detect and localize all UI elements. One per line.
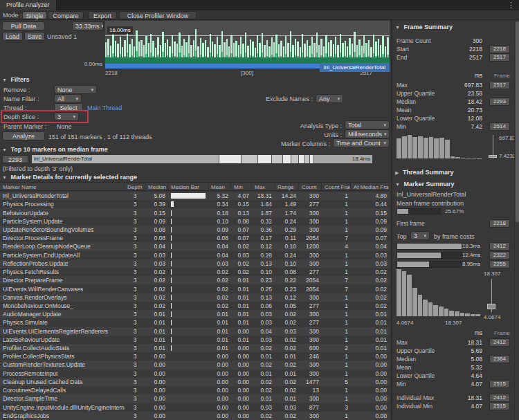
top10-section-header[interactable]: ▼ Top 10 markers on median frame <box>2 146 108 153</box>
table-row[interactable]: UIEvents.UIElementsRegisterRenderers30.0… <box>0 327 390 336</box>
table-row[interactable]: UpdateRendererBoundingVolumes30.080.090.… <box>0 226 390 234</box>
top10-segment[interactable] <box>299 155 305 163</box>
frame-button[interactable]: 2293 <box>489 98 510 106</box>
mode-compare-button[interactable]: Compare <box>48 11 84 19</box>
frame-button[interactable]: 2517 <box>489 53 510 62</box>
tab-profile-analyzer[interactable]: Profile Analyzer <box>0 0 57 10</box>
table-row[interactable]: ProcessRemoteInput30.000.000.000.010.013… <box>0 369 390 378</box>
table-row[interactable]: EndGraphicsJobs30.000.000.000.020.023001… <box>0 412 390 420</box>
top10-segment[interactable] <box>272 155 283 163</box>
header-cell[interactable]: Count <box>299 183 322 190</box>
header-cell[interactable]: Mean <box>208 183 231 190</box>
name-filter-dropdown[interactable]: All ▾ <box>54 94 82 103</box>
pull-data-button[interactable]: Pull Data <box>2 21 45 30</box>
analysis-type-dropdown[interactable]: Total ▾ <box>345 120 390 129</box>
table-row[interactable]: Physics.FetchResults30.020.020.020.100.0… <box>0 268 390 276</box>
table-row[interactable]: Physics.Processing30.390.340.151.641.492… <box>0 200 390 208</box>
details-section-header[interactable]: ▼ Marker Details for currently selected … <box>2 174 137 181</box>
frame-summary-header[interactable]: ▼ Frame Summary <box>395 24 453 30</box>
frame-button[interactable]: 2255 <box>489 260 510 268</box>
frame-button[interactable]: 2412 <box>489 338 510 347</box>
table-row[interactable]: UIEvents.WillRenderCanvases30.020.020.01… <box>0 284 390 293</box>
table-row[interactable]: Physics.Simulate30.010.010.010.030.02277… <box>0 318 390 327</box>
cell: 1 <box>322 268 351 276</box>
table-row[interactable]: ParticleSystem.EndUpdateAll30.030.040.03… <box>0 251 390 259</box>
remove-label: Remove : <box>3 86 30 94</box>
top10-segment[interactable] <box>242 155 259 163</box>
frame-button[interactable]: 2514 <box>489 122 510 131</box>
top10-segment[interactable] <box>291 155 299 163</box>
table-row[interactable]: Cleanup Unused Cached Data30.000.000.000… <box>0 378 390 386</box>
header-cell[interactable]: Marker Name <box>0 183 125 190</box>
header-cell[interactable]: Count Frame <box>322 183 351 190</box>
frame-button[interactable]: 2515 <box>489 380 510 388</box>
header-cell[interactable]: Min <box>231 183 252 190</box>
top10-segment[interactable] <box>310 155 314 163</box>
table-row[interactable]: ParticleSystem.Update30.090.100.080.320.… <box>0 217 390 226</box>
table-row[interactable]: Monobehaviour.OnMouse_30.020.020.010.060… <box>0 302 390 310</box>
frame-button[interactable]: 2515 <box>489 402 510 410</box>
mode-single-button[interactable]: Single <box>22 11 47 19</box>
save-button[interactable]: Save <box>24 32 45 41</box>
table-row[interactable]: Canvas.RenderOverlays30.020.020.010.130.… <box>0 293 390 302</box>
window-menu-icon[interactable]: ⋮ <box>507 1 515 10</box>
units-dropdown[interactable]: Milliseconds ▾ <box>345 129 390 138</box>
table-row[interactable]: Director.ProcessFrame30.080.080.070.170.… <box>0 234 390 242</box>
frame-button[interactable]: 2322 <box>489 251 510 259</box>
top10-segment[interactable] <box>219 155 242 163</box>
table-row[interactable]: Profiler.CollectPhysicsStats30.000.000.0… <box>0 352 390 360</box>
top10-segment[interactable] <box>258 155 272 163</box>
analyze-button[interactable]: Analyze <box>2 131 45 140</box>
frame-time-graph[interactable]: 16.00ms <box>105 21 390 69</box>
header-cell[interactable]: Median Bar <box>168 183 208 190</box>
top-costs-dropdown[interactable]: 3 ▾ <box>410 231 430 240</box>
frame-button[interactable]: 2412 <box>489 394 510 402</box>
vertical-scrollbar[interactable] <box>514 20 519 420</box>
exclude-names-dropdown[interactable]: Any ▾ <box>316 94 343 103</box>
export-button[interactable]: Export <box>88 11 117 19</box>
table-row[interactable]: Inl_UniversalRenderTotal35.085.324.0718.… <box>0 192 390 200</box>
first-frame-button[interactable]: 2218 <box>489 219 510 228</box>
selected-marker-badge[interactable]: Inl_UniversalRenderTotal <box>320 63 390 72</box>
load-button[interactable]: Load <box>2 32 23 41</box>
top10-segment[interactable]: Inl_UniversalRenderTotal <box>32 155 219 163</box>
marker-columns-dropdown[interactable]: Time and Count ▾ <box>333 138 390 147</box>
frame-button[interactable]: 2218 <box>489 45 510 53</box>
table-row[interactable]: UnityEngine.InputModule.dllIUnityEngineI… <box>0 403 390 411</box>
top10-segment[interactable] <box>283 155 292 163</box>
thread-select-button[interactable]: Select <box>54 103 83 112</box>
table-row[interactable]: Director.PrepareFrame30.020.020.010.230.… <box>0 276 390 284</box>
frame-summary-histogram[interactable] <box>397 135 482 158</box>
contribution-bar <box>397 208 441 214</box>
table-row[interactable]: Director.SampleTime30.000.000.000.010.01… <box>0 394 390 403</box>
frame-button[interactable]: 2364 <box>489 355 510 363</box>
top10-segment[interactable] <box>305 155 310 163</box>
table-row[interactable]: ReflectionProbes.Update30.030.030.020.13… <box>0 259 390 268</box>
marker-summary-header[interactable]: ▼ Marker Summary <box>395 181 455 188</box>
top10-bar[interactable]: Inl_UniversalRenderTotal18.4ms <box>32 155 372 163</box>
thread-summary-header[interactable]: ▶ Thread Summary <box>395 169 453 176</box>
table-row[interactable]: AudioManager.Update30.010.010.010.030.02… <box>0 310 390 318</box>
frame-button[interactable]: 2412 <box>489 242 510 250</box>
scale-dropdown[interactable]: 33.33ms ▾ <box>72 21 104 30</box>
remove-dropdown[interactable]: None ▾ <box>54 85 97 94</box>
top10-frame-button[interactable]: 2293 <box>2 155 28 163</box>
top-cost-row: 18.3ms2412 <box>392 241 514 250</box>
header-cell[interactable]: At Median Frame <box>351 183 390 190</box>
header-cell[interactable]: Depth <box>125 183 145 190</box>
header-cell[interactable]: Range <box>275 183 299 190</box>
close-profiler-button[interactable]: Close Profiler Window <box>119 11 197 19</box>
header-cell[interactable]: Median <box>145 183 168 190</box>
table-row[interactable]: RenderLoop.CleanupNodeQueue30.040.040.02… <box>0 242 390 250</box>
scrollbar-thumb[interactable] <box>516 21 519 222</box>
filters-section-header[interactable]: ▼ Filters <box>2 76 29 83</box>
frame-button[interactable]: 2517 <box>489 81 510 89</box>
marker-summary-histogram[interactable] <box>397 269 481 316</box>
table-row[interactable]: LateBehaviourUpdate30.010.010.010.030.02… <box>0 336 390 344</box>
header-cell[interactable]: Max <box>252 183 275 190</box>
table-row[interactable]: Profiler.CollectAudioStats30.010.010.000… <box>0 344 390 352</box>
depth-slice-dropdown[interactable]: 3 ▾ <box>54 112 79 121</box>
table-row[interactable]: BehaviourUpdate30.150.180.131.871.743001… <box>0 208 390 217</box>
table-row[interactable]: CustomRenderTextures.Update30.000.000.00… <box>0 360 390 369</box>
table-row[interactable]: CoroutinesDelayedCalls30.000.000.000.020… <box>0 386 390 394</box>
